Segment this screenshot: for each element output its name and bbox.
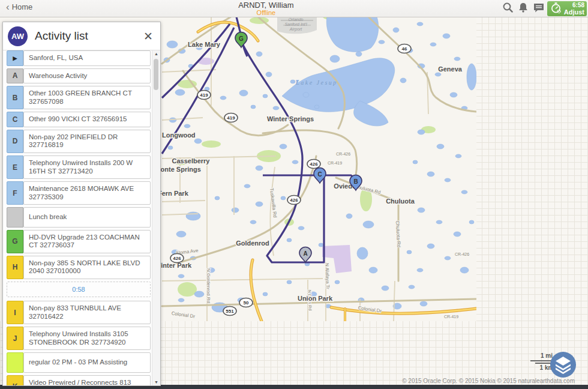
field-service-app: ‹ Home ARNDT, William Offline — [0, 0, 588, 389]
svg-text:551: 551 — [226, 309, 234, 314]
svg-text:50: 50 — [244, 300, 249, 306]
activity-row-I[interactable]: INon-pay 833 TURNBULL AVE 327016422 — [7, 301, 151, 324]
activity-label: Telephony Unwired Installs 3105 STONEBRO… — [23, 327, 151, 350]
map-marker-A[interactable]: A — [299, 247, 311, 263]
adjust-time-value: 6:58 — [564, 2, 584, 8]
scroll-down-icon[interactable]: ▼ — [152, 380, 160, 384]
scroll-up-icon[interactable]: ▲ — [152, 52, 160, 56]
route-shield-419: 419 — [197, 91, 211, 100]
scroll-thumb[interactable] — [154, 59, 158, 90]
activity-label: Maintenance 2618 MOHAWK AVE 327735309 — [23, 181, 151, 205]
activity-row-0[interactable]: ▶Sanford, FL, USA — [7, 50, 151, 66]
activity-badge: F — [7, 181, 23, 205]
activity-label: Sanford, FL, USA — [23, 50, 151, 66]
route-shield-426: 426 — [287, 196, 301, 205]
activity-row-E[interactable]: ETelephony Unwired Installs 200 W 16TH S… — [7, 155, 151, 179]
water-label: Lake Jesup — [295, 79, 338, 86]
activity-badge: I — [7, 301, 23, 324]
activity-row-F[interactable]: FMaintenance 2618 MOHAWK AVE 327735309 — [7, 181, 151, 205]
panel-header: AW Activity list ✕ — [3, 22, 160, 50]
search-icon[interactable] — [502, 2, 514, 13]
activity-row-D[interactable]: DNon-pay 202 PINEFIELD DR 327716819 — [7, 130, 151, 153]
town-label: Lake Mary — [188, 41, 221, 48]
svg-text:C: C — [317, 171, 322, 178]
town-label: Geneva — [438, 65, 463, 73]
activity-row-G[interactable]: GHD-DVR Upgrade 213 COACHMAN CT 32773603… — [7, 230, 151, 253]
airport-label-line: Orlando — [289, 17, 304, 22]
activity-label: regular 02 PM - 03 PM Assisting — [23, 352, 151, 373]
stopwatch-icon — [550, 2, 562, 16]
panel-scrollbar[interactable]: ▲ ▼ — [152, 50, 160, 385]
offline-status: Offline — [188, 9, 344, 16]
svg-text:A: A — [303, 250, 307, 257]
activity-list-panel: AW Activity list ✕ ▶Sanford, FL, USAAWar… — [2, 22, 161, 386]
map-marker-G[interactable]: G — [235, 32, 247, 48]
town-label: Chuluota — [386, 198, 415, 205]
activity-badge — [7, 207, 23, 228]
route-shield-50: 50 — [239, 298, 253, 307]
road-name-label: Chuluota Rd — [395, 220, 401, 247]
travel-gap-time: 0:58 — [7, 282, 151, 297]
map-layers-button[interactable] — [550, 352, 576, 378]
current-position-badge: ▶ — [7, 50, 23, 66]
adjust-time-button[interactable]: 6:58 Adjust — [547, 1, 587, 16]
adjust-label: Adjust — [564, 9, 584, 16]
road-name-label: CR-426 — [455, 252, 469, 256]
road-name-label: CR-419 — [444, 315, 458, 319]
panel-title: Activity list — [35, 29, 141, 43]
top-bar: ‹ Home ARNDT, William Offline — [0, 0, 588, 17]
road-name-label: CR-419 — [328, 161, 342, 165]
town-label: Union Park — [298, 295, 333, 302]
lake-label: Lake Jesup — [295, 79, 338, 86]
road-name-label: N Alafaya Tr — [324, 263, 331, 289]
activity-row-K[interactable]: KVideo Prewired / Reconnects 813 WILLNER… — [7, 375, 151, 385]
activity-badge: D — [7, 130, 23, 153]
activity-badge: K — [7, 375, 23, 385]
messages-icon[interactable] — [533, 2, 545, 13]
svg-text:46: 46 — [402, 46, 407, 52]
activity-row-J[interactable]: JTelephony Unwired Installs 3105 STONEBR… — [7, 327, 151, 350]
activity-row-B[interactable]: BOther 1003 GREEN BRANCH CT 327657098 — [7, 86, 151, 109]
town-label: Fern Park — [158, 190, 189, 197]
home-button[interactable]: ‹ Home — [6, 2, 32, 11]
svg-text:G: G — [239, 35, 244, 42]
town-label: Longwood — [162, 131, 196, 139]
svg-text:419: 419 — [200, 92, 208, 98]
activity-badge — [7, 352, 23, 373]
activity-row-A[interactable]: AWarehouse Activity — [7, 68, 151, 84]
activity-row-7[interactable]: Lunch break — [7, 207, 151, 228]
road-name-label: CR-426 — [336, 152, 350, 156]
activity-label: Non-pay 385 S NORTH LAKE BLVD 2040 32701… — [23, 256, 151, 279]
activity-badge: J — [7, 327, 23, 350]
header-title-block: ARNDT, William Offline — [188, 1, 344, 16]
activity-label: Video Prewired / Reconnects 813 WILLNER … — [23, 375, 151, 385]
activity-label: Non-pay 833 TURNBULL AVE 327016422 — [23, 301, 151, 324]
town-label: Winter Springs — [267, 115, 314, 122]
toll-roads — [198, 22, 476, 321]
activity-badge: H — [7, 256, 23, 279]
activity-badge: C — [7, 112, 23, 127]
town-label: Casselberry — [172, 157, 211, 164]
svg-text:419: 419 — [227, 115, 235, 121]
close-icon[interactable]: ✕ — [141, 29, 155, 43]
activity-label: Lunch break — [23, 207, 151, 228]
activity-row-13[interactable]: regular 02 PM - 03 PM Assisting — [7, 352, 151, 373]
activity-label: Non-pay 202 PINEFIELD DR 327716819 — [23, 130, 151, 153]
town-label: Goldenrod — [236, 240, 269, 247]
activity-label: Telephony Unwired Installs 200 W 16TH ST… — [23, 155, 151, 179]
technician-name: ARNDT, William — [188, 1, 344, 10]
route-shield-551: 551 — [223, 307, 236, 316]
notifications-bell-icon[interactable] — [518, 2, 529, 13]
map-copyright: © 2015 Oracle Corp. © 2015 Nokia © 2015 … — [402, 378, 575, 384]
activity-label: Warehouse Activity — [23, 68, 151, 84]
road-name-label: N Goldenrod Rd — [206, 268, 211, 303]
svg-text:426: 426 — [290, 198, 298, 203]
home-label: Home — [12, 2, 33, 11]
activity-badge: E — [7, 155, 23, 179]
activity-badge: A — [7, 68, 23, 84]
activity-row-C[interactable]: COther 990 VICKI CT 327656915 — [7, 112, 151, 127]
activity-row-H[interactable]: HNon-pay 385 S NORTH LAKE BLVD 2040 3270… — [7, 256, 151, 279]
activity-badge: B — [7, 86, 23, 109]
activity-label: Other 1003 GREEN BRANCH CT 327657098 — [23, 86, 151, 109]
svg-text:426: 426 — [310, 161, 318, 167]
